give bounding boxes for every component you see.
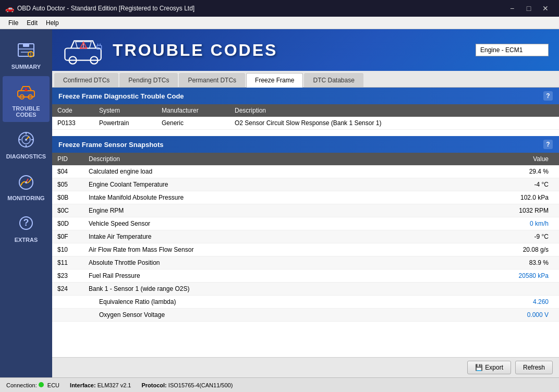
sensor-row: $0FIntake Air Temperature-9 °C <box>52 230 559 243</box>
protocol-info: Protocol: ISO15765-4(CAN11/500) <box>142 382 233 388</box>
summary-icon <box>15 39 38 62</box>
snapshots-help-badge[interactable]: ? <box>543 140 553 149</box>
sensor-value: -9 °C <box>491 230 559 243</box>
interface-value: ELM327 v2.1 <box>98 382 131 388</box>
sensor-description: Fuel Rail Pressure <box>83 270 491 283</box>
sidebar-item-extras[interactable]: ? EXTRAS <box>3 207 50 247</box>
sensor-row: $23Fuel Rail Pressure20580 kPa <box>52 270 559 283</box>
sensor-sub-value: 4.260 <box>491 296 559 309</box>
tabs-bar: Confirmed DTCs Pending DTCs Permanent DT… <box>52 71 559 88</box>
header-right: Engine - ECM1 <box>476 44 549 56</box>
sensor-subrow: Oxygen Sensor Voltage0.000 V <box>52 309 559 322</box>
protocol-label: Protocol: <box>142 382 167 388</box>
sensor-row: $04Calculated engine load29.4 % <box>52 165 559 178</box>
sensor-pid: $11 <box>52 256 83 270</box>
sensor-pid: $0C <box>52 204 83 217</box>
th-description: Description <box>229 104 559 117</box>
app-body: SUMMARY ! TROUBLE CODES <box>0 29 559 377</box>
svg-rect-3 <box>23 44 29 47</box>
sensor-description: Intake Air Temperature <box>83 230 491 243</box>
sensor-value: 1032 RPM <box>491 204 559 217</box>
dtc-manufacturer: Generic <box>156 117 229 130</box>
refresh-button[interactable]: Refresh <box>515 361 553 374</box>
trouble-codes-icon: ! <box>15 80 38 103</box>
main-panel: Freeze Frame Diagnostic Trouble Code ? C… <box>52 88 559 357</box>
svg-point-22 <box>25 181 27 183</box>
section-dtc-title: Freeze Frame Diagnostic Trouble Code <box>58 92 184 100</box>
sensor-description: Vehicle Speed Sensor <box>83 217 491 230</box>
tab-pending-dtcs[interactable]: Pending DTCs <box>119 73 178 87</box>
sensor-value: 83.9 % <box>491 256 559 270</box>
svg-point-6 <box>30 55 31 56</box>
section-snapshots-title: Freeze Frame Sensor Snapshots <box>58 141 164 149</box>
action-bar: 💾 Export Refresh <box>52 357 559 377</box>
menu-edit[interactable]: Edit <box>22 18 42 28</box>
ecm-select[interactable]: Engine - ECM1 <box>476 44 549 56</box>
export-button[interactable]: 💾 Export <box>467 361 511 374</box>
th-manufacturer: Manufacturer <box>156 104 229 117</box>
diagnostics-icon <box>15 128 38 151</box>
tab-dtc-database[interactable]: DTC Database <box>304 73 363 87</box>
sensor-description: Bank 1 - Sensor 1 (wide range O2S) <box>83 283 491 296</box>
sensor-row: $0BIntake Manifold Absolute Pressure102.… <box>52 191 559 204</box>
sensor-sub-description: Oxygen Sensor Voltage <box>83 309 491 322</box>
sidebar-item-trouble-codes[interactable]: ! TROUBLE CODES <box>3 76 50 122</box>
section-freeze-frame-dtc: Freeze Frame Diagnostic Trouble Code ? <box>52 88 559 104</box>
tab-freeze-frame[interactable]: Freeze Frame <box>246 73 303 88</box>
sensor-pid: $23 <box>52 270 83 283</box>
export-icon: 💾 <box>475 364 483 371</box>
refresh-label: Refresh <box>523 364 545 371</box>
section-sensor-snapshots: Freeze Frame Sensor Snapshots ? <box>52 136 559 153</box>
minimize-button[interactable]: − <box>504 0 520 17</box>
sensor-pid: $05 <box>52 178 83 191</box>
connection-dot <box>39 382 44 387</box>
header-banner: ! TROUBLE CODES Engine - ECM1 <box>52 29 559 71</box>
dtc-help-badge[interactable]: ? <box>543 91 553 101</box>
connection-label: Connection: ECU <box>6 382 59 388</box>
sidebar: SUMMARY ! TROUBLE CODES <box>0 29 52 377</box>
export-label: Export <box>485 364 503 371</box>
interface-label: Interface: <box>70 382 96 388</box>
th-sensor-description: Description <box>83 153 491 165</box>
sidebar-item-summary[interactable]: SUMMARY <box>3 34 50 74</box>
sensor-description: Calculated engine load <box>83 165 491 178</box>
th-system: System <box>94 104 156 117</box>
sensor-pid: $0F <box>52 230 83 243</box>
sensor-value: 0 km/h <box>491 217 559 230</box>
sensor-value: 20580 kPa <box>491 270 559 283</box>
svg-point-19 <box>25 139 27 141</box>
sensor-value: 20.08 g/s <box>491 243 559 256</box>
connection-label-text: Connection: <box>6 382 37 388</box>
maximize-button[interactable]: □ <box>520 0 537 17</box>
tab-permanent-dtcs[interactable]: Permanent DTCs <box>179 73 245 87</box>
sensor-row: $0CEngine RPM1032 RPM <box>52 204 559 217</box>
sidebar-label-extras: EXTRAS <box>15 237 38 243</box>
sensor-pid: $10 <box>52 243 83 256</box>
th-value: Value <box>491 153 559 165</box>
tab-confirmed-dtcs[interactable]: Confirmed DTCs <box>54 73 118 87</box>
content-area: ! TROUBLE CODES Engine - ECM1 Confirmed … <box>52 29 559 377</box>
connection-value: ECU <box>47 382 59 388</box>
sensor-description: Intake Manifold Absolute Pressure <box>83 191 491 204</box>
svg-text:!: ! <box>26 88 26 91</box>
th-pid: PID <box>52 153 83 165</box>
svg-text:!: ! <box>83 43 84 48</box>
menubar: File Edit Help <box>0 17 559 29</box>
protocol-value: ISO15765-4(CAN11/500) <box>168 382 233 388</box>
sensor-description: Air Flow Rate from Mass Flow Sensor <box>83 243 491 256</box>
titlebar-controls: − □ ✕ <box>504 0 554 17</box>
sidebar-item-diagnostics[interactable]: DIAGNOSTICS <box>3 124 50 164</box>
sidebar-item-monitoring[interactable]: MONITORING <box>3 166 50 205</box>
app-icon: 🚗 <box>5 4 14 13</box>
close-button[interactable]: ✕ <box>537 0 554 17</box>
menu-help[interactable]: Help <box>42 18 63 28</box>
sensor-row: $0DVehicle Speed Sensor0 km/h <box>52 217 559 230</box>
sensor-value: -4 °C <box>491 178 559 191</box>
menu-file[interactable]: File <box>4 18 22 28</box>
svg-text:?: ? <box>23 217 29 228</box>
sensor-row: $10Air Flow Rate from Mass Flow Sensor20… <box>52 243 559 256</box>
dtc-table: Code System Manufacturer Description P01… <box>52 104 559 130</box>
titlebar: 🚗 OBD Auto Doctor - Standard Edition [Re… <box>0 0 559 17</box>
sensor-table: PID Description Value $04Calculated engi… <box>52 153 559 322</box>
sensor-description: Engine RPM <box>83 204 491 217</box>
